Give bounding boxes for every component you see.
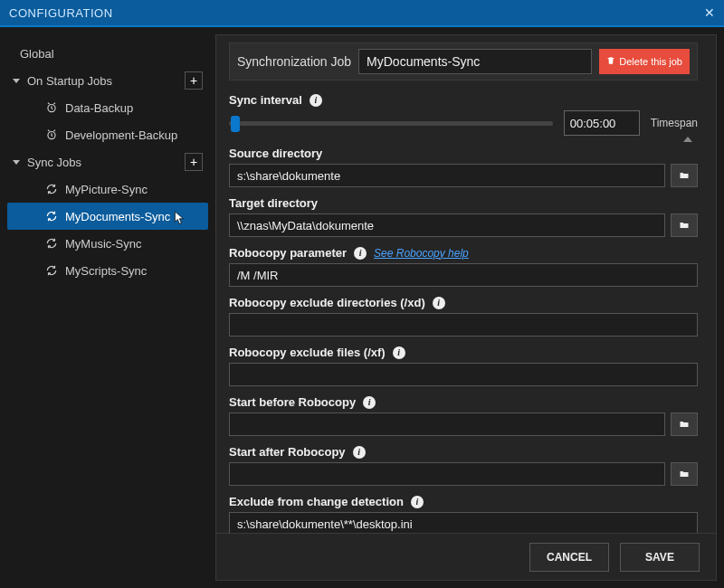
sidebar-group-label: On Startup Jobs xyxy=(27,74,112,88)
collapse-up-icon[interactable] xyxy=(683,137,692,142)
sidebar-item-label: MyScripts-Sync xyxy=(65,264,147,278)
sync-icon xyxy=(45,183,58,195)
sync-icon xyxy=(45,264,58,277)
add-startup-job-button[interactable]: + xyxy=(185,71,203,90)
sidebar-item-mymusic[interactable]: MyMusic-Sync xyxy=(7,230,208,257)
sync-interval-input[interactable] xyxy=(564,110,640,136)
info-icon[interactable]: i xyxy=(393,346,405,359)
exclude-detect-input[interactable] xyxy=(229,512,698,533)
close-icon[interactable]: ✕ xyxy=(704,5,716,20)
job-header: Synchronization Job Delete this job xyxy=(229,43,698,81)
info-icon[interactable]: i xyxy=(433,297,445,309)
xd-label: Robocopy exclude directories (/xd) i xyxy=(229,296,698,309)
xf-input[interactable] xyxy=(229,363,698,386)
start-before-label: Start before Robocopy i xyxy=(229,395,698,409)
exclude-detect-label: Exclude from change detection i xyxy=(229,495,698,508)
sidebar-global-label: Global xyxy=(20,47,54,61)
robocopy-param-input[interactable] xyxy=(229,263,698,287)
sidebar-item-mypicture[interactable]: MyPicture-Sync xyxy=(7,175,208,203)
info-icon[interactable]: i xyxy=(310,94,322,107)
source-dir-label: Source directory xyxy=(229,147,698,160)
info-icon[interactable]: i xyxy=(363,396,376,409)
robocopy-param-label: Robocopy parameter i See Robocopy help xyxy=(229,246,698,260)
job-header-label: Synchronization Job xyxy=(237,54,351,69)
sidebar-item-label: MyMusic-Sync xyxy=(65,237,142,251)
sidebar-item-mydocuments[interactable]: MyDocuments-Sync xyxy=(7,203,208,230)
info-icon[interactable]: i xyxy=(353,446,366,459)
sidebar-item-global[interactable]: Global xyxy=(7,40,208,67)
delete-button-label: Delete this job xyxy=(619,56,682,67)
browse-start-before-button[interactable] xyxy=(671,413,698,436)
start-before-input[interactable] xyxy=(229,413,665,436)
delete-job-button[interactable]: Delete this job xyxy=(599,49,690,74)
start-after-label: Start after Robocopy i xyxy=(229,445,698,459)
cancel-button[interactable]: CANCEL xyxy=(529,543,609,572)
footer: CANCEL SAVE xyxy=(216,533,716,580)
info-icon[interactable]: i xyxy=(354,247,367,260)
sidebar-item-development-backup[interactable]: Development-Backup xyxy=(7,121,208,148)
job-name-input[interactable] xyxy=(358,49,592,74)
window-title: CONFIGURATION xyxy=(9,6,113,20)
sidebar-group-startup[interactable]: On Startup Jobs + xyxy=(7,67,208,94)
sidebar-item-myscripts[interactable]: MyScripts-Sync xyxy=(7,257,208,284)
browse-source-button[interactable] xyxy=(671,164,698,187)
sidebar-item-data-backup[interactable]: Data-Backup xyxy=(7,94,208,121)
browse-target-button[interactable] xyxy=(671,213,698,237)
chevron-down-icon xyxy=(13,160,20,165)
sidebar-item-label: MyDocuments-Sync xyxy=(65,210,170,223)
add-sync-job-button[interactable]: + xyxy=(185,153,203,171)
chevron-down-icon xyxy=(13,79,20,83)
sync-icon xyxy=(45,210,58,223)
start-after-input[interactable] xyxy=(229,462,665,486)
xf-label: Robocopy exclude files (/xf) i xyxy=(229,346,698,359)
target-dir-label: Target directory xyxy=(229,196,698,210)
sidebar: Global On Startup Jobs + Data-Backup xyxy=(7,34,208,581)
alarm-icon xyxy=(45,101,58,114)
sidebar-item-label: MyPicture-Sync xyxy=(65,183,148,196)
trash-icon xyxy=(606,55,615,68)
save-button[interactable]: SAVE xyxy=(620,543,700,572)
sidebar-group-label: Sync Jobs xyxy=(27,156,81,169)
timespan-label: Timespan xyxy=(651,117,698,129)
slider-thumb[interactable] xyxy=(231,116,240,132)
target-dir-input[interactable] xyxy=(229,213,665,237)
sync-interval-label: Sync interval i xyxy=(229,93,698,107)
sidebar-item-label: Data-Backup xyxy=(65,101,133,115)
info-icon[interactable]: i xyxy=(411,496,424,508)
source-dir-input[interactable] xyxy=(229,164,665,187)
sidebar-group-sync[interactable]: Sync Jobs + xyxy=(7,148,208,175)
alarm-icon xyxy=(45,128,58,141)
robocopy-help-link[interactable]: See Robocopy help xyxy=(374,247,469,260)
main-panel: Synchronization Job Delete this job Sync… xyxy=(215,34,717,581)
sync-icon xyxy=(45,237,58,250)
titlebar: CONFIGURATION ✕ xyxy=(0,0,724,27)
sync-interval-slider[interactable] xyxy=(229,121,553,126)
xd-input[interactable] xyxy=(229,313,698,337)
sidebar-item-label: Development-Backup xyxy=(65,128,177,142)
browse-start-after-button[interactable] xyxy=(671,462,698,486)
